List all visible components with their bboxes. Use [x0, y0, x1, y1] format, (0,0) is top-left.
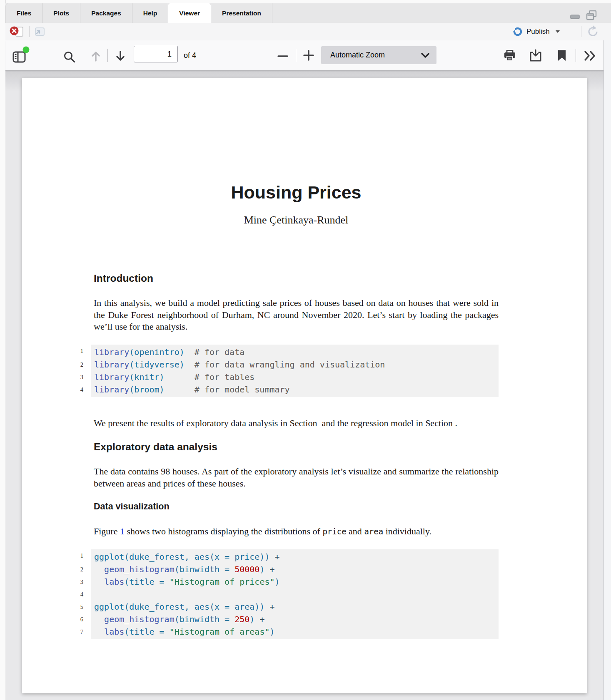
- toolbar-separator: [581, 26, 581, 37]
- tab-viewer[interactable]: Viewer: [168, 3, 211, 23]
- arrow-up-icon: [90, 50, 102, 62]
- code-line: 1library(openintro) # for data: [72, 345, 499, 358]
- publish-label: Publish: [526, 27, 550, 36]
- code-line-number: 6: [72, 613, 91, 626]
- code-line: 4library(broom) # for model summary: [72, 383, 499, 397]
- plus-icon: [302, 48, 316, 62]
- pop-out-window-button[interactable]: [34, 26, 45, 37]
- zoom-out-button[interactable]: [277, 51, 289, 62]
- toolbar-separator: [107, 49, 108, 62]
- clear-viewer-button[interactable]: [9, 25, 26, 38]
- rstudio-viewer-pane: FilesPlotsPackagesHelpViewerPresentation: [0, 0, 611, 700]
- section-heading: Introduction: [94, 272, 499, 285]
- code-line: 7 labs(title = "Histogram of areas"): [72, 626, 499, 639]
- save-document-button[interactable]: [529, 49, 542, 62]
- doc-paragraph: Figure 1 shows two histograms displaying…: [94, 526, 499, 538]
- code-line-number: 1: [72, 549, 91, 563]
- zoom-in-button[interactable]: [302, 48, 316, 62]
- section-heading: Data visualization: [94, 501, 499, 512]
- code-line-number: 4: [72, 588, 91, 601]
- green-dot-badge: [22, 46, 30, 53]
- document-title: Housing Prices: [94, 182, 499, 203]
- code-line: 4: [72, 588, 499, 601]
- publish-dropdown-caret[interactable]: [556, 30, 560, 33]
- code-line: 5ggplot(duke_forest, aes(x = area)) +: [72, 601, 499, 613]
- printer-icon: [503, 50, 516, 62]
- document-body: IntroductionIn this analysis, we build a…: [94, 272, 499, 639]
- figure-reference-link[interactable]: 1: [120, 526, 125, 536]
- arrow-down-icon: [114, 50, 127, 62]
- code-line: 3 labs(title = "Histogram of prices"): [72, 576, 499, 588]
- page-number-input[interactable]: [134, 46, 178, 62]
- doc-paragraph: We present the results of exploratory da…: [94, 417, 499, 429]
- double-chevron-right-icon: [583, 50, 597, 62]
- previous-page-button[interactable]: [90, 50, 102, 62]
- page-count-label: of 4: [184, 40, 196, 70]
- print-button[interactable]: [503, 50, 516, 62]
- tab-plots[interactable]: Plots: [42, 3, 80, 23]
- tab-files[interactable]: Files: [5, 3, 42, 23]
- tab-help[interactable]: Help: [132, 3, 169, 23]
- viewer-toolbar: Publish: [5, 23, 611, 41]
- tab-packages[interactable]: Packages: [80, 3, 132, 23]
- code-line: 2 geom_histogram(binwidth = 50000) +: [72, 563, 499, 576]
- pane-left-edge: [0, 0, 6, 700]
- code-line: 1ggplot(duke_forest, aes(x = price)) +: [72, 549, 499, 563]
- pdf-page: Housing Prices Mine Çetinkaya-Rundel Int…: [22, 78, 587, 693]
- toolbar-separator: [296, 49, 296, 62]
- pane-tab-bar: FilesPlotsPackagesHelpViewerPresentation: [5, 3, 611, 23]
- window-top-edge: [0, 0, 611, 3]
- download-icon: [529, 49, 542, 62]
- doc-paragraph: In this analysis, we build a model predi…: [94, 297, 499, 333]
- section-heading: Exploratory data analysis: [94, 441, 499, 453]
- scrollbar-track[interactable]: [604, 40, 611, 700]
- publish-icon: [512, 26, 523, 37]
- code-line-number: 5: [72, 601, 91, 613]
- code-line: 2library(tidyverse) # for data wrangling…: [72, 358, 499, 371]
- toggle-sidebar-button[interactable]: [12, 50, 27, 63]
- zoom-selector[interactable]: Automatic Zoom: [321, 46, 436, 64]
- code-line: 6 geom_histogram(binwidth = 250) +: [72, 613, 499, 626]
- more-tools-button[interactable]: [583, 50, 597, 62]
- next-page-button[interactable]: [114, 50, 127, 62]
- code-line-number: 1: [72, 345, 91, 358]
- code-line-number: 3: [72, 371, 91, 383]
- code-block: 1ggplot(duke_forest, aes(x = price)) +2 …: [72, 549, 499, 639]
- tab-presentation[interactable]: Presentation: [211, 3, 272, 23]
- zoom-selector-label: Automatic Zoom: [330, 46, 385, 64]
- publish-button[interactable]: Publish: [512, 23, 560, 40]
- maximize-pane-button[interactable]: [586, 10, 597, 21]
- code-line-number: 7: [72, 626, 91, 639]
- pdf-viewport[interactable]: Housing Prices Mine Çetinkaya-Rundel Int…: [5, 71, 604, 700]
- minus-icon: [277, 51, 289, 62]
- toolbar-separator: [29, 26, 30, 37]
- pdf-toolbar: of 4 Automatic Zoom: [5, 40, 604, 71]
- code-line-number: 4: [72, 383, 91, 397]
- find-in-document-button[interactable]: [63, 50, 76, 63]
- doc-paragraph: The data contains 98 houses. As part of …: [94, 466, 499, 489]
- code-line-number: 3: [72, 576, 91, 588]
- code-line-number: 2: [72, 358, 91, 371]
- pop-out-icon: [34, 26, 45, 37]
- current-view-button[interactable]: [557, 50, 566, 62]
- code-line-number: 2: [72, 563, 91, 576]
- refresh-viewer-button[interactable]: [586, 25, 600, 38]
- bookmark-icon: [557, 50, 566, 62]
- minimize-pane-button[interactable]: [570, 11, 580, 20]
- code-line: 3library(knitr) # for tables: [72, 371, 499, 383]
- refresh-icon: [586, 25, 600, 38]
- chevron-down-icon: [421, 53, 429, 58]
- document-author: Mine Çetinkaya-Rundel: [94, 213, 499, 227]
- search-icon: [63, 50, 76, 63]
- code-block: 1library(openintro) # for data2library(t…: [72, 345, 499, 397]
- toolbar-separator: [576, 49, 576, 62]
